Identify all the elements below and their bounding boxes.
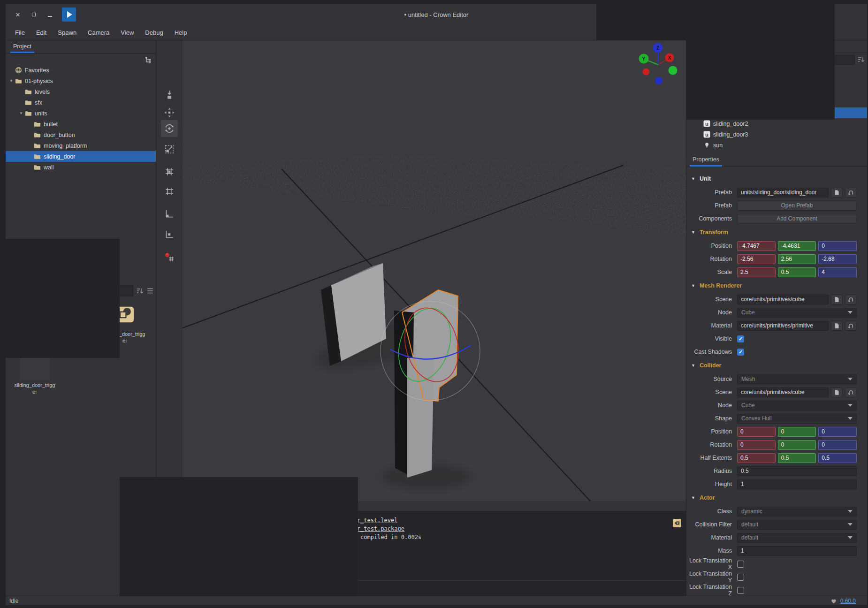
hierarchy-search-box[interactable]: [688, 55, 855, 65]
half-extents-y-input[interactable]: 0.5: [778, 453, 816, 463]
tree-item-bullet[interactable]: bullet: [6, 119, 156, 129]
log-link[interactable]: _level_editor_test.package: [316, 525, 404, 532]
menu-spawn[interactable]: Spawn: [52, 25, 82, 40]
tree-item-wall[interactable]: wall: [6, 162, 156, 173]
collider-node-dropdown[interactable]: Cube: [737, 401, 857, 410]
collider-source-dropdown[interactable]: Mesh: [737, 374, 857, 384]
axis-neg-y-ball[interactable]: [669, 66, 678, 75]
maximize-window-button[interactable]: [29, 10, 38, 19]
open-prefab-button[interactable]: Open Prefab: [737, 201, 857, 211]
hier-item-sliding-door3[interactable]: usliding_door3: [686, 129, 867, 140]
rotate-tool-button[interactable]: [161, 120, 178, 137]
asset-item-sliding-door-trigger[interactable]: sliding_door_trigger: [102, 299, 147, 344]
hier-item-sun[interactable]: sun: [686, 140, 867, 151]
browse-file-button[interactable]: [831, 321, 843, 331]
hier-item-sliding-door[interactable]: usliding_door: [686, 107, 867, 118]
axis-neg-z-ball[interactable]: [655, 77, 662, 84]
console-log[interactable]: 14:28:58.575413editor: device: Initializ…: [156, 511, 686, 580]
hier-item-sounds[interactable]: Sounds: [686, 64, 867, 75]
asset-item-sliding-door[interactable]: sliding_door: [57, 299, 102, 344]
height-input[interactable]: 1: [737, 479, 857, 489]
section-collider[interactable]: ▼Collider: [686, 358, 867, 372]
menu-camera[interactable]: Camera: [82, 25, 115, 40]
tree-item-moving-platform[interactable]: moving_platform: [6, 140, 156, 151]
viewport-3d[interactable]: Y X Z: [183, 40, 686, 501]
actor-material-dropdown[interactable]: default: [737, 533, 857, 543]
tab-layers[interactable]: [704, 40, 722, 53]
version-link[interactable]: 0.60.0: [840, 598, 856, 604]
snap-to-grid-button[interactable]: [163, 165, 176, 178]
expand-arrow[interactable]: ▼: [8, 79, 15, 83]
rotation-z-input[interactable]: -2.68: [818, 254, 857, 264]
section-transform[interactable]: ▼Transform: [686, 225, 867, 239]
collider-rotation-y-input[interactable]: 0: [778, 440, 816, 450]
reference-system-button[interactable]: [163, 251, 176, 264]
collapse-tree-icon[interactable]: [145, 56, 152, 64]
tree-item-levels[interactable]: levels: [6, 86, 156, 97]
tree-item-units[interactable]: ▼units: [6, 108, 156, 119]
asset-search-input[interactable]: [20, 288, 130, 294]
place-tool-button[interactable]: [163, 88, 176, 101]
mass-input[interactable]: 1: [737, 546, 857, 556]
collider-rotation-z-input[interactable]: 0: [818, 440, 857, 450]
section-unit[interactable]: ▼Unit: [686, 172, 867, 186]
menu-edit[interactable]: Edit: [30, 25, 52, 40]
collider-scene-input[interactable]: core/units/primitives/cube: [737, 388, 829, 397]
cast-shadows-checkbox[interactable]: ✓: [737, 349, 744, 356]
close-window-button[interactable]: ✕: [13, 10, 23, 19]
menu-debug[interactable]: Debug: [139, 25, 168, 40]
tab-hierarchy[interactable]: [686, 40, 704, 53]
heart-icon[interactable]: [830, 598, 837, 604]
hierarchy-search-input[interactable]: [700, 57, 852, 63]
position-z-input[interactable]: 0: [818, 241, 857, 251]
revert-button[interactable]: [845, 321, 857, 331]
revert-button[interactable]: [845, 188, 857, 198]
asset-item-parent-dir[interactable]: ..: [12, 299, 57, 344]
axis-neg-x-ball[interactable]: [643, 68, 650, 76]
lock-translation-z-checkbox[interactable]: [737, 587, 744, 594]
lock-translation-y-checkbox[interactable]: [737, 574, 744, 581]
tree-item-01-physics[interactable]: ▼01-physics: [6, 76, 156, 86]
minimize-window-button[interactable]: [45, 10, 54, 19]
menu-file[interactable]: File: [9, 25, 30, 40]
hier-item-camera[interactable]: camera: [686, 86, 867, 97]
move-tool-button[interactable]: [163, 106, 176, 119]
tree-item-sliding-door[interactable]: sliding_door: [6, 151, 156, 162]
command-input[interactable]: [192, 585, 686, 592]
scale-z-input[interactable]: 4: [818, 267, 857, 277]
collider-rotation-x-input[interactable]: 0: [737, 440, 776, 450]
play-button[interactable]: [62, 8, 76, 22]
collision-filter-dropdown[interactable]: default: [737, 520, 857, 530]
list-view-icon[interactable]: [146, 287, 154, 295]
asset-item-sliding-door-trigger-2[interactable]: sliding_door_trigger: [12, 350, 57, 395]
world-axes-button[interactable]: [163, 207, 176, 220]
expand-arrow[interactable]: ▼: [688, 78, 696, 83]
rotation-x-input[interactable]: -2.56: [737, 254, 776, 264]
tree-item-door-button[interactable]: door_button: [6, 129, 156, 140]
add-component-button[interactable]: Add Component: [737, 214, 857, 224]
hier-item-shading-environment[interactable]: ushading_environment: [686, 97, 867, 107]
half-extents-z-input[interactable]: 0.5: [818, 453, 857, 463]
radius-input[interactable]: 0.5: [737, 466, 857, 476]
actor-class-dropdown[interactable]: dynamic: [737, 507, 857, 517]
section-actor[interactable]: ▼Actor: [686, 491, 867, 505]
collider-position-z-input[interactable]: 0: [818, 427, 857, 437]
lock-translation-x-checkbox[interactable]: [737, 561, 744, 568]
expand-arrow[interactable]: ▼: [17, 111, 25, 115]
menu-view[interactable]: View: [115, 25, 139, 40]
mesh-node-dropdown[interactable]: Cube: [737, 308, 857, 318]
console-target-dropdown[interactable]: Editor: [160, 584, 187, 593]
asset-search-box[interactable]: [8, 285, 133, 296]
log-link[interactable]: _level_editor_test.level: [316, 517, 397, 524]
position-y-input[interactable]: -4.4631: [778, 241, 816, 251]
section-mesh-renderer[interactable]: ▼Mesh Renderer: [686, 279, 867, 293]
mesh-material-input[interactable]: core/units/primitives/primitive: [737, 321, 829, 331]
tree-item-favorites[interactable]: Favorites: [6, 65, 156, 76]
prefab-input[interactable]: units/sliding_door/sliding_door: [737, 188, 829, 198]
mesh-scene-input[interactable]: core/units/primitives/cube: [737, 295, 829, 304]
position-x-input[interactable]: -4.7467: [737, 241, 776, 251]
scale-y-input[interactable]: 0.5: [778, 267, 816, 277]
rotation-y-input[interactable]: 2.56: [778, 254, 816, 264]
browse-file-button[interactable]: [831, 388, 843, 397]
sort-icon[interactable]: [136, 287, 144, 295]
